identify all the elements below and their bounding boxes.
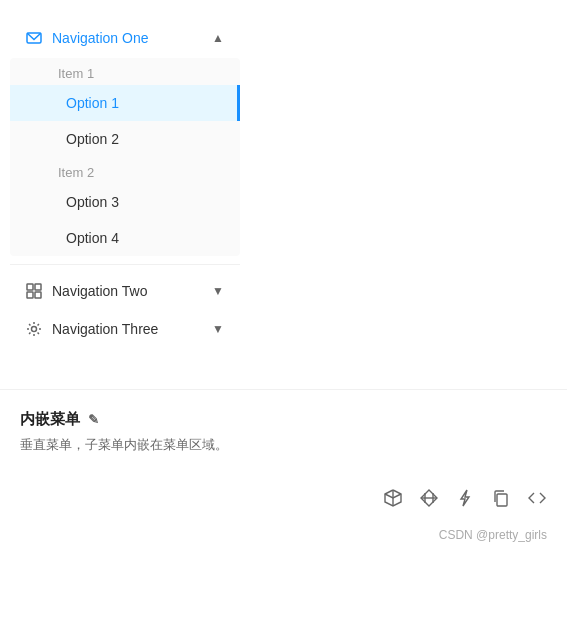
menu-area: Navigation One ▲ Item 1 Option 1 Option … <box>0 0 260 369</box>
code-icon[interactable] <box>527 488 547 508</box>
nav-two[interactable]: Navigation Two ▼ <box>10 273 240 309</box>
section-title: 内嵌菜单 ✎ <box>20 410 547 429</box>
option-1[interactable]: Option 1 <box>10 85 240 121</box>
nav-one-submenu: Item 1 Option 1 Option 2 Item 2 Option 3… <box>10 58 240 256</box>
nav-two-label: Navigation Two <box>52 283 212 299</box>
svg-rect-1 <box>27 284 33 290</box>
settings-icon <box>26 321 42 337</box>
diamond-icon[interactable] <box>419 488 439 508</box>
svg-rect-11 <box>497 494 507 506</box>
nav-two-arrow: ▼ <box>212 284 224 298</box>
option-3[interactable]: Option 3 <box>10 184 240 220</box>
svg-rect-3 <box>27 292 33 298</box>
footer-text: CSDN @pretty_girls <box>439 528 547 542</box>
grid-icon <box>26 283 42 299</box>
edit-icon[interactable]: ✎ <box>88 412 99 427</box>
nav-one-arrow: ▲ <box>212 31 224 45</box>
nav-three-arrow: ▼ <box>212 322 224 336</box>
mail-icon <box>26 30 42 46</box>
group-item2-label: Item 2 <box>10 157 240 184</box>
section-title-text: 内嵌菜单 <box>20 410 80 429</box>
option-4[interactable]: Option 4 <box>10 220 240 256</box>
copy-icon[interactable] <box>491 488 511 508</box>
lightning-icon[interactable] <box>455 488 475 508</box>
svg-rect-2 <box>35 284 41 290</box>
option-2[interactable]: Option 2 <box>10 121 240 157</box>
nav-one-label: Navigation One <box>52 30 212 46</box>
bottom-section: 内嵌菜单 ✎ 垂直菜单，子菜单内嵌在菜单区域。 <box>0 389 567 476</box>
page-wrapper: Navigation One ▲ Item 1 Option 1 Option … <box>0 0 567 625</box>
svg-point-5 <box>32 327 37 332</box>
nav-three[interactable]: Navigation Three ▼ <box>10 311 240 347</box>
cube-icon[interactable] <box>383 488 403 508</box>
footer: CSDN @pretty_girls <box>0 520 567 550</box>
nav-one[interactable]: Navigation One ▲ <box>10 20 240 56</box>
nav-three-label: Navigation Three <box>52 321 212 337</box>
svg-rect-4 <box>35 292 41 298</box>
bottom-toolbar <box>0 476 567 520</box>
group-item1-label: Item 1 <box>10 58 240 85</box>
section-desc: 垂直菜单，子菜单内嵌在菜单区域。 <box>20 435 547 456</box>
divider-1 <box>10 264 240 265</box>
